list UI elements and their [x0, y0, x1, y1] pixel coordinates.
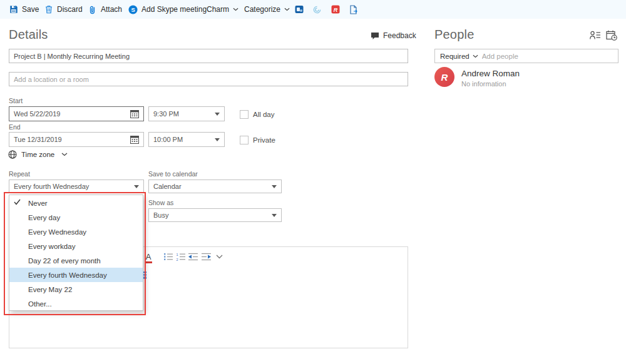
menu-item-every-day[interactable]: Every day	[9, 210, 143, 225]
attach-label: Attach	[101, 5, 122, 14]
end-label: End	[9, 123, 21, 131]
people-panel-title: People	[434, 28, 474, 42]
page-title: Details	[9, 28, 48, 42]
svg-text:1: 1	[177, 253, 178, 256]
addin-swirl-icon	[312, 5, 322, 14]
addin-document-icon	[349, 5, 358, 14]
trash-icon	[44, 5, 53, 14]
timezone-button[interactable]: Time zone	[8, 150, 68, 159]
menu-item-other[interactable]: Other...	[9, 296, 143, 311]
add-skype-meeting-label: Add Skype meeting	[141, 5, 207, 14]
add-people-field: Required	[434, 49, 618, 63]
font-color-button[interactable]: A	[144, 252, 153, 261]
save-icon	[9, 5, 18, 14]
charm-button[interactable]: Charm	[207, 0, 239, 19]
all-day-label: All day	[253, 111, 275, 118]
dropdown-caret-icon	[215, 113, 220, 116]
addin-document-button[interactable]	[349, 0, 358, 19]
dropdown-caret-icon	[272, 214, 277, 217]
subject-input[interactable]	[9, 49, 408, 63]
start-time-value: 9:30 PM	[153, 110, 179, 118]
dropdown-caret-icon	[272, 185, 277, 188]
start-date-field[interactable]: Wed 5/22/2019	[9, 106, 144, 121]
attendee-avatar[interactable]: R	[434, 67, 454, 87]
private-label: Private	[253, 136, 275, 144]
categorize-label: Categorize	[244, 5, 280, 14]
end-time-dropdown[interactable]: 10:00 PM	[148, 132, 225, 147]
private-checkbox[interactable]	[240, 136, 249, 144]
svg-text:R: R	[333, 7, 337, 13]
more-formatting-button[interactable]	[216, 255, 223, 259]
attendee-list-icon[interactable]	[590, 31, 601, 43]
end-date-field[interactable]: Tue 12/31/2019	[9, 132, 144, 147]
show-as-label: Show as	[148, 199, 173, 206]
save-to-calendar-value: Calendar	[153, 183, 182, 190]
svg-text:2: 2	[177, 258, 178, 261]
save-to-calendar-dropdown[interactable]: Calendar	[148, 179, 282, 193]
avatar-initial: R	[441, 72, 448, 83]
addin-r-button[interactable]: R	[331, 0, 340, 19]
obscured-content-fragment	[143, 271, 146, 279]
feedback-label: Feedback	[383, 31, 416, 40]
chevron-down-icon	[284, 5, 290, 14]
menu-item-day-22-of-every-month[interactable]: Day 22 of every month	[9, 253, 143, 268]
repeat-label: Repeat	[9, 170, 30, 178]
scheduling-assistant-icon[interactable]	[606, 30, 617, 43]
attendee-name[interactable]: Andrew Roman	[461, 69, 520, 78]
menu-item-never[interactable]: Never	[9, 196, 143, 210]
chevron-down-icon	[233, 5, 239, 14]
start-label: Start	[9, 97, 23, 104]
start-date-value: Wed 5/22/2019	[14, 110, 60, 118]
menu-item-every-may-22[interactable]: Every May 22	[9, 282, 143, 296]
chevron-down-icon	[61, 153, 68, 156]
calendar-picker-icon[interactable]	[130, 110, 139, 118]
addin-blue-app-button[interactable]	[294, 0, 304, 19]
start-time-dropdown[interactable]: 9:30 PM	[148, 106, 225, 121]
dropdown-caret-icon	[134, 185, 139, 188]
menu-item-every-fourth-wednesday[interactable]: Every fourth Wednesday	[9, 268, 143, 282]
feedback-button[interactable]: Feedback	[371, 31, 416, 40]
categorize-button[interactable]: Categorize	[244, 0, 290, 19]
discard-button[interactable]: Discard	[44, 0, 83, 19]
add-skype-meeting-button[interactable]: S Add Skype meeting	[128, 0, 207, 19]
timezone-label: Time zone	[21, 151, 54, 158]
event-editor-window: Save Discard Attach S Add Skype meeting …	[0, 0, 626, 364]
show-as-value: Busy	[153, 211, 168, 219]
location-input[interactable]	[9, 72, 408, 86]
calendar-picker-icon[interactable]	[130, 136, 139, 144]
dropdown-caret-icon	[215, 138, 220, 141]
menu-item-every-workday[interactable]: Every workday	[9, 239, 143, 253]
all-day-checkbox[interactable]	[240, 110, 249, 119]
increase-indent-button[interactable]	[201, 253, 212, 261]
save-to-calendar-label: Save to calendar	[148, 170, 198, 178]
font-color-swatch	[145, 261, 152, 263]
chevron-down-icon	[473, 54, 478, 58]
show-as-dropdown[interactable]: Busy	[148, 208, 282, 222]
paperclip-icon	[88, 5, 97, 14]
discard-label: Discard	[57, 5, 83, 14]
globe-icon	[8, 150, 17, 159]
addin-swirl-button[interactable]	[312, 0, 322, 19]
feedback-icon	[371, 32, 379, 40]
decrease-indent-button[interactable]	[188, 253, 198, 261]
repeat-options-menu: Never Every day Every Wednesday Every wo…	[9, 195, 143, 311]
add-people-input[interactable]	[482, 53, 613, 60]
required-dropdown[interactable]: Required	[440, 53, 478, 60]
menu-item-every-wednesday[interactable]: Every Wednesday	[9, 225, 143, 239]
save-button[interactable]: Save	[9, 0, 39, 19]
attendee-status: No information	[461, 80, 506, 88]
addin-r-icon: R	[331, 5, 340, 14]
bulleted-list-button[interactable]	[163, 253, 173, 261]
numbered-list-button[interactable]: 12	[176, 253, 186, 261]
required-label: Required	[440, 53, 470, 60]
skype-icon: S	[128, 5, 138, 14]
addin-blue-app-icon	[294, 5, 304, 14]
repeat-value: Every fourth Wednesday	[14, 183, 89, 190]
svg-text:S: S	[131, 6, 135, 13]
save-label: Save	[22, 5, 39, 14]
charm-label: Charm	[207, 5, 229, 14]
checkmark-icon	[14, 199, 21, 206]
repeat-dropdown[interactable]: Every fourth Wednesday	[9, 179, 144, 193]
attach-button[interactable]: Attach	[88, 0, 122, 19]
font-color-icon: A	[146, 253, 151, 261]
